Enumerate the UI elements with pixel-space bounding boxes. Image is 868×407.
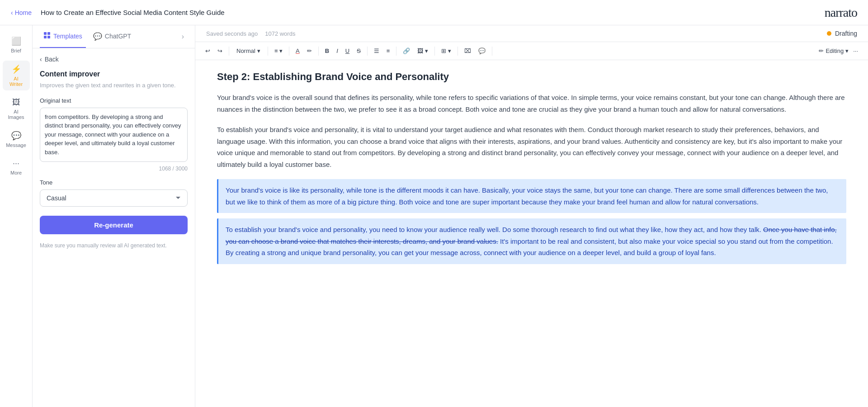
editor-heading: Step 2: Establishing Brand Voice and Per… xyxy=(217,71,846,83)
editor-meta: Saved seconds ago 1072 words Drafting xyxy=(195,25,868,42)
message-icon: 💬 xyxy=(11,131,21,141)
drafting-badge: Drafting xyxy=(827,30,857,37)
svg-rect-0 xyxy=(44,32,47,35)
drafting-dot xyxy=(827,31,831,36)
clear-format-button[interactable]: ⌧ xyxy=(462,46,474,56)
undo-button[interactable]: ↩ xyxy=(203,46,213,56)
italic-button[interactable]: I xyxy=(334,46,341,56)
section-title: Content improver xyxy=(40,70,188,78)
editing-dropdown[interactable]: ✏ Editing ▾ xyxy=(819,47,849,54)
svg-rect-1 xyxy=(47,32,50,35)
editor-para-2: To establish your brand's voice and pers… xyxy=(217,124,846,170)
format-label: Normal xyxy=(236,47,255,54)
top-bar-left: ‹ Home How to Create an Effective Social… xyxy=(11,9,225,16)
selected-text-1: Your brand's voice is like its personali… xyxy=(226,186,828,206)
comment-button[interactable]: 💬 xyxy=(476,46,488,56)
chevron-left-icon: ‹ xyxy=(11,9,13,16)
toolbar-divider-7 xyxy=(434,47,435,56)
sidebar-item-brief-label: Brief xyxy=(11,48,21,53)
selected-block-1: Your brand's voice is like its personali… xyxy=(217,179,846,213)
sidebar-item-ai-images-label: AI Images xyxy=(7,109,25,120)
panel-tabs: Templates 💬 ChatGPT › xyxy=(33,25,195,48)
sidebar-item-message-label: Message xyxy=(6,142,26,148)
editor-content[interactable]: Step 2: Establishing Brand Voice and Per… xyxy=(195,60,868,407)
ai-writer-icon: ⚡ xyxy=(11,64,21,74)
original-text-wrapper xyxy=(40,108,188,164)
tone-select[interactable]: Casual Formal Friendly Professional Humo… xyxy=(40,189,188,207)
editor-para-1: Your brand's voice is the overall sound … xyxy=(217,92,846,115)
bold-button[interactable]: B xyxy=(322,46,332,56)
ai-notice: Make sure you manually review all AI gen… xyxy=(40,241,188,250)
editor-meta-left: Saved seconds ago 1072 words xyxy=(206,30,295,37)
panel-close-btn[interactable]: › xyxy=(178,29,188,44)
align-button[interactable]: ≡ ▾ xyxy=(272,46,285,56)
tab-chatgpt[interactable]: 💬 ChatGPT xyxy=(90,26,135,48)
editor-area: Saved seconds ago 1072 words Drafting ↩ … xyxy=(195,25,868,407)
strikethrough-button[interactable]: S xyxy=(354,46,363,56)
saved-status: Saved seconds ago xyxy=(206,30,258,37)
home-label: Home xyxy=(15,9,32,16)
tab-templates[interactable]: Templates xyxy=(40,25,86,48)
templates-tab-icon xyxy=(43,32,51,41)
word-count: 1072 words xyxy=(265,30,295,37)
selected-text-2-start: To establish your brand's voice and pers… xyxy=(226,226,763,233)
char-count: 1068 / 3000 xyxy=(40,166,188,172)
more-options-button[interactable]: ··· xyxy=(850,46,861,56)
top-bar: ‹ Home How to Create an Effective Social… xyxy=(0,0,868,25)
sidebar-item-more-label: More xyxy=(10,170,22,175)
home-link[interactable]: ‹ Home xyxy=(11,9,32,16)
text-color-button[interactable]: A xyxy=(293,46,302,56)
back-chevron-icon: ‹ xyxy=(40,56,42,63)
regenerate-button[interactable]: Re-generate xyxy=(40,216,188,234)
toolbar-divider-5 xyxy=(367,47,368,56)
sidebar-item-more[interactable]: ··· More xyxy=(3,155,30,179)
redo-button[interactable]: ↪ xyxy=(215,46,225,56)
toolbar-divider-1 xyxy=(229,47,229,56)
doc-title: How to Create an Effective Social Media … xyxy=(41,9,225,16)
ai-images-icon: 🖼 xyxy=(12,98,20,107)
bullet-list-button[interactable]: ☰ xyxy=(371,46,382,56)
svg-rect-2 xyxy=(44,36,47,38)
toolbar: ↩ ↪ Normal ▾ ≡ ▾ A ✏ B I U S ☰ ≡ 🔗 🖼 ▾ ⊞ xyxy=(195,42,868,60)
panel: Templates 💬 ChatGPT › ‹ Back Content imp… xyxy=(33,25,195,407)
toolbar-divider-2 xyxy=(268,47,268,56)
toolbar-divider-6 xyxy=(396,47,396,56)
image-button[interactable]: 🖼 ▾ xyxy=(415,46,431,56)
editing-chevron-icon: ▾ xyxy=(845,47,849,54)
templates-tab-label: Templates xyxy=(53,33,82,40)
selected-block-2: To establish your brand's voice and pers… xyxy=(217,218,846,264)
toolbar-divider-8 xyxy=(458,47,458,56)
section-desc: Improves the given text and rewrites in … xyxy=(40,81,188,90)
sidebar-item-ai-images[interactable]: 🖼 AI Images xyxy=(3,94,30,123)
original-text-input[interactable] xyxy=(40,108,188,162)
sidebar-item-ai-writer[interactable]: ⚡ AI Writer xyxy=(3,61,30,90)
panel-content: ‹ Back Content improver Improves the giv… xyxy=(33,48,195,407)
chatgpt-tab-icon: 💬 xyxy=(93,32,102,41)
drafting-label: Drafting xyxy=(835,30,857,37)
more-icon: ··· xyxy=(13,159,19,168)
sidebar-item-message[interactable]: 💬 Message xyxy=(3,127,30,151)
toolbar-divider-3 xyxy=(289,47,289,56)
svg-rect-3 xyxy=(47,36,50,38)
numbered-list-button[interactable]: ≡ xyxy=(384,46,393,56)
format-dropdown[interactable]: Normal ▾ xyxy=(233,46,264,56)
back-label: Back xyxy=(45,56,59,63)
sidebar-item-brief[interactable]: ⬜ Brief xyxy=(3,33,30,57)
brief-icon: ⬜ xyxy=(11,36,21,46)
brand-logo: narrato xyxy=(825,5,857,20)
back-button[interactable]: ‹ Back xyxy=(40,56,188,63)
chatgpt-tab-label: ChatGPT xyxy=(105,33,131,40)
link-button[interactable]: 🔗 xyxy=(400,46,413,56)
highlight-button[interactable]: ✏ xyxy=(304,46,315,56)
format-chevron-icon: ▾ xyxy=(257,47,260,54)
original-text-label: Original text xyxy=(40,97,188,104)
main-layout: ⬜ Brief ⚡ AI Writer 🖼 AI Images 💬 Messag… xyxy=(0,25,868,407)
toolbar-divider-9 xyxy=(492,47,492,56)
edit-icon: ✏ xyxy=(819,47,824,54)
sidebar-item-ai-writer-label: AI Writer xyxy=(7,76,25,87)
toolbar-divider-4 xyxy=(318,47,319,56)
table-button[interactable]: ⊞ ▾ xyxy=(439,46,454,56)
left-sidebar: ⬜ Brief ⚡ AI Writer 🖼 AI Images 💬 Messag… xyxy=(0,25,33,407)
tone-label: Tone xyxy=(40,179,188,186)
underline-button[interactable]: U xyxy=(343,46,352,56)
